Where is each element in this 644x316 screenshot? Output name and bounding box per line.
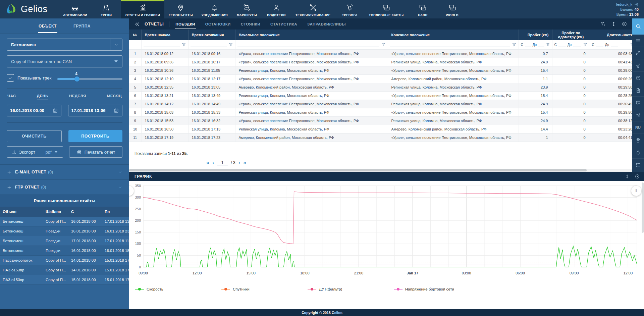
toolbar-menu-icon[interactable] xyxy=(632,35,644,47)
nav-item-автомобили[interactable]: АВТОМОБИЛИ xyxy=(59,0,92,18)
toolbar-expand-icon[interactable] xyxy=(632,47,644,59)
history-column-header[interactable]: Объект xyxy=(0,207,43,217)
filter-from-input[interactable] xyxy=(525,43,531,47)
trip-row[interactable]: 116.01.2018 09:1216.01.2018 09:16«Урал»,… xyxy=(129,49,632,58)
trip-row[interactable]: 516.01.2018 12:3516.01.2018 13:05Амерево… xyxy=(129,83,632,91)
resize-vertical-icon[interactable] xyxy=(611,21,616,27)
clear-filters-icon[interactable] xyxy=(600,21,606,27)
toolbar-lang-RU[interactable]: RU xyxy=(632,121,644,134)
print-report-button[interactable]: Печатать отчет xyxy=(69,146,122,158)
history-row[interactable]: БетономешПоездки16.01.2018 0016.01.2018 … xyxy=(0,226,129,236)
nav-item-топливные карты[interactable]: ТОПЛИВНЫЕ КАРТЫ xyxy=(365,0,408,18)
trips-column-header[interactable]: № xyxy=(129,30,141,40)
funnel-icon[interactable] xyxy=(512,42,517,47)
prev-page-button[interactable]: ‹ xyxy=(212,160,214,165)
legend-item[interactable]: Напряжение бортовой сети xyxy=(394,287,480,291)
horizontal-scrollbar[interactable] xyxy=(129,169,632,172)
filter-input[interactable] xyxy=(390,42,510,47)
email-report-accordion[interactable]: E-MAIL ОТЧЁТ (0) xyxy=(0,164,129,179)
next-page-button[interactable]: › xyxy=(238,160,240,165)
close-icon[interactable] xyxy=(622,21,627,27)
export-format-select[interactable]: pdf xyxy=(40,146,63,158)
trips-column-header[interactable]: Время начала xyxy=(141,30,188,40)
report-tab-3[interactable]: СТАТИСТИКА xyxy=(270,19,298,29)
filter-from-input[interactable] xyxy=(558,43,566,47)
history-row[interactable]: БетономешПоездки16.01.2018 0016.01.2018 … xyxy=(0,246,129,256)
close-icon[interactable] xyxy=(635,174,640,179)
show-track-checkbox[interactable] xyxy=(7,74,14,82)
period-tab-1[interactable]: ДЕНЬ xyxy=(37,94,48,100)
build-button[interactable]: ПОСТРОИТЬ xyxy=(68,130,123,142)
resize-vertical-icon[interactable] xyxy=(625,174,630,179)
nav-item-техобслуживание[interactable]: ТЕХОБСЛУЖИВАНИЕ xyxy=(291,0,335,18)
trips-column-header[interactable]: Время окончания xyxy=(188,30,235,40)
history-row[interactable]: БетономешCopy of П...16.01.2018 0017.01.… xyxy=(0,217,129,226)
legend-item[interactable]: ДУТ(фильтр) xyxy=(308,287,394,291)
nav-item-маршруты[interactable]: МАРШРУТЫ xyxy=(232,0,262,18)
template-select[interactable]: Copy of Полный отчет по CAN xyxy=(7,55,122,67)
last-page-button[interactable]: » xyxy=(243,160,246,165)
legend-item[interactable]: Скорость xyxy=(135,287,221,291)
slider-thumb[interactable] xyxy=(74,76,79,82)
scrollbar-thumb[interactable] xyxy=(129,169,587,171)
toolbar-satellite-icon[interactable] xyxy=(632,59,644,72)
toolbar-globe-icon[interactable] xyxy=(632,134,644,146)
range-handle-right[interactable]: ‖ xyxy=(631,186,641,196)
period-tab-0[interactable]: ЧАС xyxy=(7,94,16,100)
trip-row[interactable]: 416.01.2018 12:1016.01.2018 12:17«Урал»,… xyxy=(129,74,632,83)
legend-item[interactable]: Спутники xyxy=(221,287,308,291)
sidebar-tab-0[interactable]: ОБЪЕКТ xyxy=(38,19,57,33)
nav-item-habr[interactable]: HABR xyxy=(408,0,437,18)
history-row[interactable]: ПАЗ о153врCopy of П...14.01.2018 0015.01… xyxy=(0,265,129,275)
date-from-input[interactable]: 16.01.2018 00:00 xyxy=(7,105,61,116)
track-width-slider[interactable]: 4 xyxy=(57,73,122,82)
funnel-icon[interactable] xyxy=(228,42,233,47)
toolbar-help-icon[interactable] xyxy=(632,72,644,84)
user-row[interactable]: fedoruk_k xyxy=(616,2,639,7)
page-number-input[interactable]: 1 xyxy=(217,160,228,165)
collapse-sidebar-icon[interactable] xyxy=(134,21,141,28)
history-row[interactable]: БетономешПоездки17.01.2018 0017.01.2018 … xyxy=(0,236,129,246)
trip-row[interactable]: 916.01.2018 15:5316.01.2018 16:32«Урал»,… xyxy=(129,116,632,125)
object-select[interactable]: Бетономеш xyxy=(7,39,122,51)
funnel-icon[interactable] xyxy=(546,42,550,47)
toolbar-document-icon[interactable] xyxy=(632,84,644,97)
trip-row[interactable]: 816.01.2018 15:0316.01.2018 15:33Репинск… xyxy=(129,108,632,116)
clear-button[interactable]: ОЧИСТИТЬ xyxy=(7,130,62,142)
toolbar-droplet-icon[interactable] xyxy=(632,146,644,159)
trip-row[interactable]: 716.01.2018 14:1216.01.2018 14:49«Урал»,… xyxy=(129,100,632,108)
nav-item-треки[interactable]: ТРЕКИ xyxy=(92,0,121,18)
export-button[interactable]: Экспорт xyxy=(7,146,40,158)
trips-column-header[interactable]: Длительность xyxy=(590,30,632,40)
trip-row[interactable]: 1116.01.2018 17:1916.01.2018 17:23Амерев… xyxy=(129,133,632,142)
funnel-icon[interactable] xyxy=(181,42,186,47)
chart-vertical-scrollbar[interactable] xyxy=(642,182,644,233)
history-row[interactable]: ПАЗ о153врCopy of П...15.01.2018 0015.01… xyxy=(0,275,129,285)
trip-row[interactable]: 616.01.2018 13:2116.01.2018 13:49Репинск… xyxy=(129,91,632,100)
history-column-header[interactable]: С xyxy=(68,207,102,217)
filter-input[interactable] xyxy=(144,42,180,47)
filter-to-input[interactable] xyxy=(573,43,581,47)
brand[interactable]: Gelios xyxy=(0,0,59,18)
report-tab-2[interactable]: СТОЯНКИ xyxy=(240,19,261,29)
period-tab-2[interactable]: НЕДЕЛЯ xyxy=(69,94,86,100)
filter-input[interactable] xyxy=(237,42,379,47)
toolbar-list-icon[interactable] xyxy=(632,159,644,171)
toolbar-search-icon[interactable] xyxy=(632,18,644,35)
date-to-input[interactable]: 17.01.2018 13:06 xyxy=(68,105,123,116)
period-tab-3[interactable]: МЕСЯЦ xyxy=(107,94,122,100)
filter-to-input[interactable] xyxy=(538,43,544,47)
nav-item-тревога[interactable]: ТРЕВОГА xyxy=(335,0,365,18)
trip-row[interactable]: 316.01.2018 10:3616.01.2018 11:05Репинск… xyxy=(129,66,632,74)
filter-to-input[interactable] xyxy=(611,43,618,47)
report-tab-0[interactable]: ПОЕЗДКИ xyxy=(175,19,196,29)
history-row[interactable]: ПассажиропотокCopy of П...14.01.2018 001… xyxy=(0,256,129,265)
report-tab-1[interactable]: ОСТАНОВКИ xyxy=(205,19,231,29)
toolbar-chat-icon[interactable] xyxy=(632,97,644,109)
logout-icon[interactable] xyxy=(634,2,639,7)
trip-row[interactable]: 216.01.2018 09:3616.01.2018 10:17«Урал»,… xyxy=(129,58,632,66)
report-tab-4[interactable]: ЗАПРАВКИ/СЛИВЫ xyxy=(307,19,346,29)
ftp-report-accordion[interactable]: FTP ОТЧЕТ (0) xyxy=(0,179,129,195)
nav-item-world[interactable]: WORLD xyxy=(437,0,467,18)
nav-item-отчеты и графики[interactable]: ОТЧЕТЫ И ГРАФИКИ xyxy=(121,0,164,18)
